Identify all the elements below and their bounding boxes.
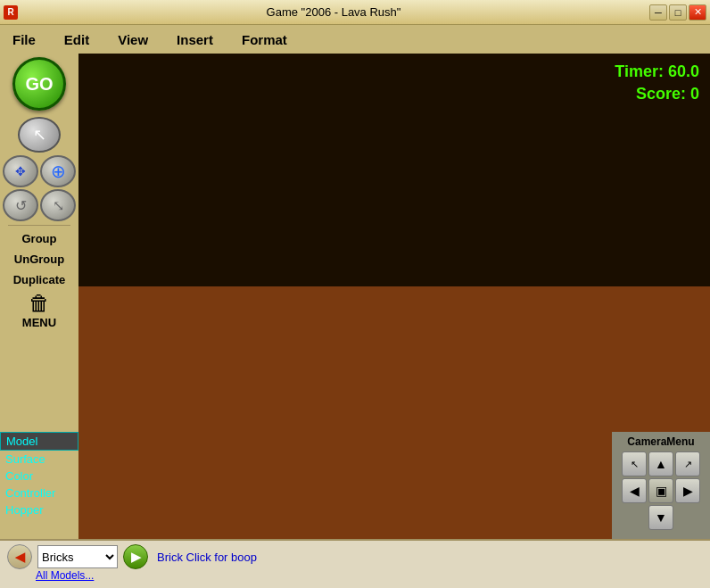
menu-format[interactable]: Format [236,30,293,49]
cursor-icon: ↖ [33,125,46,145]
tool-row: ✥ ⊕ [3,155,76,187]
camera-bottom-right-empty [675,505,700,530]
left-panel: Model Surface Color Controller Hopper [0,432,78,539]
go-button[interactable]: GO [12,57,66,111]
menu-edit[interactable]: Edit [59,30,95,49]
title-bar: R Game "2006 - Lava Rush" ─ □ ✕ [0,0,710,25]
duplicate-button[interactable]: Duplicate [5,270,73,289]
camera-controls: ↖ ▲ ↗ ◀ ▣ ▶ ▼ [622,451,700,530]
camera-down-button[interactable]: ▼ [648,505,673,530]
tool-row-2: ↺ ⤡ [3,189,76,221]
separator-1 [8,225,70,226]
close-button[interactable]: ✕ [689,4,706,21]
all-models-link[interactable]: All Models... [36,569,94,582]
camera-up-left-button[interactable]: ↖ [622,451,647,476]
timer-display: Timer: 60.0 [615,61,699,83]
camera-up-button[interactable]: ▲ [648,451,673,476]
model-select[interactable]: Bricks [37,545,118,568]
menu-icon-button[interactable]: 🗑 MENU [21,291,57,330]
camera-center-button[interactable]: ▣ [648,478,673,503]
menu-file[interactable]: File [7,30,41,49]
camera-up-right-button[interactable]: ↗ [675,451,700,476]
menu-insert[interactable]: Insert [171,30,219,49]
camera-left-button[interactable]: ◀ [622,478,647,503]
bottom-bar: ◀ Bricks ▶ Brick Click for boop All Mode… [0,539,710,588]
timer-score-display: Timer: 60.0 Score: 0 [615,61,699,105]
prev-model-button[interactable]: ◀ [7,544,32,569]
next-model-button[interactable]: ▶ [123,544,148,569]
group-button[interactable]: Group [5,229,73,248]
app-icon: R [4,5,18,20]
menu-bar: File Edit View Insert Format [0,25,710,54]
maximize-button[interactable]: □ [669,4,687,21]
tab-surface[interactable]: Surface [0,451,78,468]
rotate-tool-button[interactable]: ↺ [3,189,38,221]
brick-info-text: Brick Click for boop [157,551,257,564]
camera-bottom-left-empty [622,505,647,530]
camera-menu-label: CameraMenu [627,435,694,448]
score-display: Score: 0 [615,83,699,105]
tab-color[interactable]: Color [0,468,78,484]
main-area: GO ↖ ✥ ⊕ ↺ ⤡ Group UnGroup Duplicate 🗑 M… [0,54,710,539]
title-bar-buttons: ─ □ ✕ [649,4,706,21]
trash-icon: 🗑 [29,291,50,316]
move-icon: ✥ [15,164,26,178]
camera-right-button[interactable]: ▶ [675,478,700,503]
add-icon: ⊕ [51,161,66,182]
scale-tool-button[interactable]: ⤡ [40,189,76,221]
ungroup-button[interactable]: UnGroup [5,250,73,269]
tab-hopper[interactable]: Hopper [0,501,78,518]
bottom-row-2: All Models... [7,569,703,582]
tab-controller[interactable]: Controller [0,484,78,501]
tab-model[interactable]: Model [0,432,78,451]
menu-view[interactable]: View [112,30,153,49]
move-tool-button[interactable]: ✥ [3,155,38,187]
add-tool-button[interactable]: ⊕ [40,155,76,187]
select-tool-button[interactable]: ↖ [18,117,61,153]
title-bar-title: Game "2006 - Lava Rush" [18,5,649,19]
camera-menu: CameraMenu ↖ ▲ ↗ ◀ ▣ ▶ ▼ [612,432,710,539]
minimize-button[interactable]: ─ [649,4,667,21]
bottom-row-1: ◀ Bricks ▶ Brick Click for boop [7,544,703,569]
